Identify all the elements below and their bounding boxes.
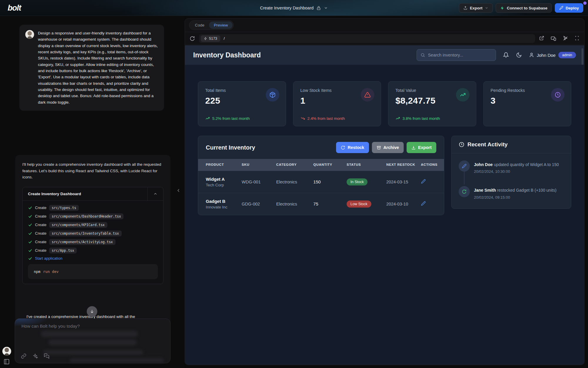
user-avatar [25,30,34,39]
inventory-title: Current Inventory [206,144,255,151]
trending-up-icon [456,88,470,102]
product-quantity[interactable]: 150 [313,171,347,193]
artifact-step[interactable]: Create src/App.tsx [28,248,158,253]
col-category[interactable]: Category [276,159,313,171]
activity-title: Recent Activity [467,141,508,148]
edit-row-button[interactable] [421,179,426,184]
project-title: Create Inventory Dashboard [260,6,313,10]
inventory-search[interactable] [417,49,496,61]
restock-button[interactable]: Restock [336,142,369,153]
reload-icon[interactable] [190,36,195,41]
redacted-text [49,339,137,345]
step-action: Create [35,214,46,218]
file-path[interactable]: src/components/DashboardHeader.tsx [49,213,123,219]
tab-code[interactable]: Code [190,21,209,29]
supabase-label: Connect to Supabase [507,6,547,10]
col-status[interactable]: Status [347,159,386,171]
user-icon [529,52,534,58]
activity-actor: Jane Smith [474,188,496,193]
table-row[interactable]: Gadget B Innovate Inc GDG-002 Electronic… [198,193,444,215]
top-bar: bolt Create Inventory Dashboard Export [0,0,588,16]
tab-preview[interactable]: Preview [209,21,233,29]
artifact-step[interactable]: Create src/components/DashboardHeader.ts… [28,213,158,219]
check-icon [28,256,32,261]
preview-viewport: Inventory Dashboard [185,45,584,365]
file-path[interactable]: src/components/ActivityLog.tsx [49,239,116,245]
pencil-icon [459,160,470,172]
deploy-button[interactable]: Deploy [555,3,583,13]
redacted-text [70,358,164,362]
export-button[interactable]: Export [459,3,493,13]
clock-icon [459,142,465,147]
kpi-card-total-items: Total Items 225 5.2% from last month [198,81,286,126]
trend-up-icon [395,116,400,121]
file-path[interactable]: src/components/InventoryTable.tsx [49,231,121,236]
connect-supabase-button[interactable]: Connect to Supabase [496,3,552,13]
product-quantity[interactable]: 75 [313,193,347,215]
search-icon [420,53,425,57]
artifact-step[interactable]: Create src/components/KPICard.tsx [28,222,158,228]
check-icon [28,248,32,253]
file-path[interactable]: src/App.tsx [49,248,77,253]
start-application-label: Start application [35,256,62,261]
zap-icon [204,37,207,40]
redacted-text [41,331,138,337]
search-input[interactable] [428,53,492,57]
col-sku[interactable]: SKU [242,159,276,171]
activity-action: updated quantity of Widget A to 150 [494,162,559,167]
artifact-collapse-button[interactable] [147,187,163,200]
col-next-restock[interactable]: Next Restock [386,159,421,171]
start-application-step[interactable]: Start application [28,256,158,261]
export-csv-button[interactable]: Export [407,142,436,153]
link-attach-icon[interactable] [21,353,26,359]
col-quantity[interactable]: Quantity [313,159,347,171]
inspector-off-icon[interactable] [563,36,568,41]
open-external-icon[interactable] [539,36,544,41]
sparkles-icon[interactable] [32,353,38,359]
bolt-logo[interactable]: bolt [8,4,21,13]
inventory-table-card: Current Inventory Restock Archive [198,136,444,215]
devices-icon[interactable] [551,36,556,41]
check-icon [28,240,32,244]
chevron-down-icon[interactable] [324,6,328,10]
preview-url-bar: 5173 / [185,32,584,45]
scroll-to-bottom-button[interactable] [87,306,97,317]
activity-timestamp: 20/02/2024, 09:15:00 [474,195,557,200]
chat-panel: Design a responsive and user-friendly in… [0,16,184,368]
table-row[interactable]: Widget A Tech Corp WDG-001 Electronics 1… [198,171,444,193]
user-menu[interactable]: John Doe admin [529,52,576,58]
artifact-step[interactable]: Create src/components/ActivityLog.tsx [28,239,158,245]
export-csv-label: Export [418,145,432,150]
bell-icon[interactable] [503,52,509,58]
edit-row-button[interactable] [421,201,426,206]
kpi-card-pending-restocks: Pending Restocks 3 [483,81,572,126]
project-title-menu[interactable]: Create Inventory Dashboard [260,0,328,16]
clock-icon [551,88,564,102]
restock-label: Restock [348,145,364,150]
file-path[interactable]: src/components/KPICard.tsx [49,222,107,228]
chevron-down-icon [485,6,488,10]
chat-icon[interactable] [44,353,49,359]
user-message-text: Design a responsive and user-friendly in… [38,30,158,105]
activity-item: Jane Smith restocked Gadget B (+100 unit… [459,186,564,199]
artifact-step[interactable]: Create src/components/InventoryTable.tsx [28,231,158,236]
fullscreen-icon[interactable] [574,36,579,41]
next-restock-date: 2024-03-10 [386,193,421,215]
collapse-chat-button[interactable] [176,188,181,193]
chat-input-box[interactable] [15,319,171,363]
preview-scrollbar[interactable] [582,48,583,65]
url-field[interactable]: 5173 / [199,34,535,43]
refresh-icon [341,145,345,150]
port-number: 5173 [209,37,217,41]
col-product[interactable]: Product [198,159,242,171]
kpi-trend: 2.4% from last month [300,116,345,121]
col-actions[interactable]: Actions [421,159,444,171]
sidebar-toggle-icon[interactable] [4,359,10,365]
account-avatar[interactable] [2,347,11,356]
artifact-step[interactable]: Create src/types.ts [28,205,158,211]
trend-up-icon [205,116,210,121]
archive-button[interactable]: Archive [372,142,404,153]
dark-mode-toggle-icon[interactable] [516,52,522,58]
port-pill[interactable]: 5173 [201,35,220,42]
file-path[interactable]: src/types.ts [49,205,79,211]
